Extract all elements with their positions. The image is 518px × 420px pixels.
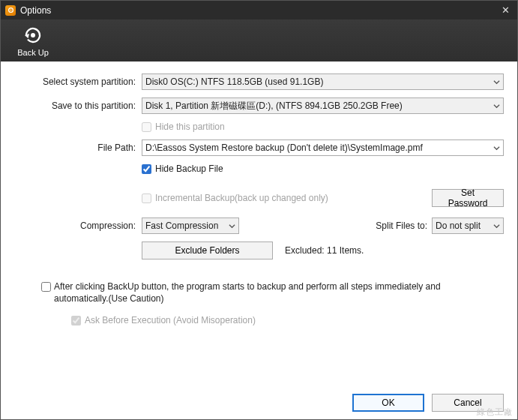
save-partition-dropdown[interactable]: Disk 1, Partition 新增磁碟區(D:), (NTFS 894.1… (142, 98, 504, 114)
backup-icon (23, 26, 43, 45)
hide-backup-file-label: Hide Backup File (155, 164, 223, 174)
chevron-down-icon (493, 77, 500, 88)
system-partition-value: Disk0 OS(C:) NTFS 118.5GB (used 91.1GB) (145, 76, 323, 87)
file-path-dropdown[interactable]: D:\Eassos System Restore backup (Don't d… (142, 140, 504, 156)
tab-backup-label: Back Up (17, 48, 49, 57)
excluded-prefix: Excluded: (285, 245, 327, 256)
tabstrip: Back Up (1, 20, 517, 62)
file-path-value: D:\Eassos System Restore backup (Don't d… (145, 142, 423, 153)
close-icon[interactable]: ✕ (498, 4, 513, 16)
ok-button[interactable]: OK (352, 394, 424, 412)
svg-point-3 (31, 33, 35, 38)
label-compression: Compression: (14, 220, 142, 231)
label-split-files: Split Files to: (376, 220, 427, 231)
hide-partition-checkbox: Hide this partition (142, 122, 504, 132)
compression-value: Fast Compression (145, 220, 218, 231)
ask-before-input (71, 316, 81, 326)
hide-backup-file-checkbox[interactable]: Hide Backup File (142, 164, 504, 174)
system-partition-dropdown[interactable]: Disk0 OS(C:) NTFS 118.5GB (used 91.1GB) (142, 74, 504, 90)
options-window: Options ✕ Back Up Select system partitio… (0, 0, 518, 420)
form-body: Select system partition: Disk0 OS(C:) NT… (1, 62, 517, 385)
auto-backup-label: After clicking BackUp button, the progra… (54, 280, 489, 304)
split-files-dropdown[interactable]: Do not split (432, 218, 504, 234)
svg-rect-1 (10, 10, 10, 10)
incremental-input (142, 194, 151, 203)
hide-partition-label: Hide this partition (155, 122, 225, 132)
set-password-button[interactable]: Set Password (432, 189, 504, 207)
label-save-to: Save to this partition: (14, 100, 142, 111)
split-files-value: Do not split (436, 220, 481, 231)
chevron-down-icon (493, 143, 500, 154)
compression-dropdown[interactable]: Fast Compression (142, 218, 239, 234)
incremental-checkbox: Incremental Backup(back up changed only) (142, 193, 432, 203)
excluded-count: 11 Items. (327, 245, 364, 256)
save-partition-value: Disk 1, Partition 新增磁碟區(D:), (NTFS 894.1… (145, 100, 403, 112)
window-title: Options (20, 5, 498, 16)
excluded-count-text: Excluded: 11 Items. (285, 245, 364, 256)
ask-before-label: Ask Before Execution (Avoid Misoperation… (85, 315, 256, 326)
chevron-down-icon (493, 101, 500, 112)
cancel-button[interactable]: Cancel (432, 394, 504, 412)
label-file-path: File Path: (14, 142, 142, 153)
auto-backup-checkbox[interactable] (41, 282, 51, 292)
ask-before-checkbox: Ask Before Execution (Avoid Misoperation… (71, 315, 504, 326)
incremental-label: Incremental Backup(back up changed only) (155, 193, 328, 203)
hide-backup-file-input[interactable] (142, 164, 151, 174)
hide-partition-input (142, 122, 151, 132)
chevron-down-icon (229, 221, 235, 232)
chevron-down-icon (493, 221, 500, 232)
titlebar: Options ✕ (1, 1, 517, 20)
button-bar: OK Cancel (1, 386, 517, 419)
tab-backup[interactable]: Back Up (10, 21, 56, 62)
label-select-partition: Select system partition: (14, 76, 142, 87)
exclude-folders-button[interactable]: Exclude Folders (142, 242, 273, 260)
app-icon (5, 5, 16, 16)
